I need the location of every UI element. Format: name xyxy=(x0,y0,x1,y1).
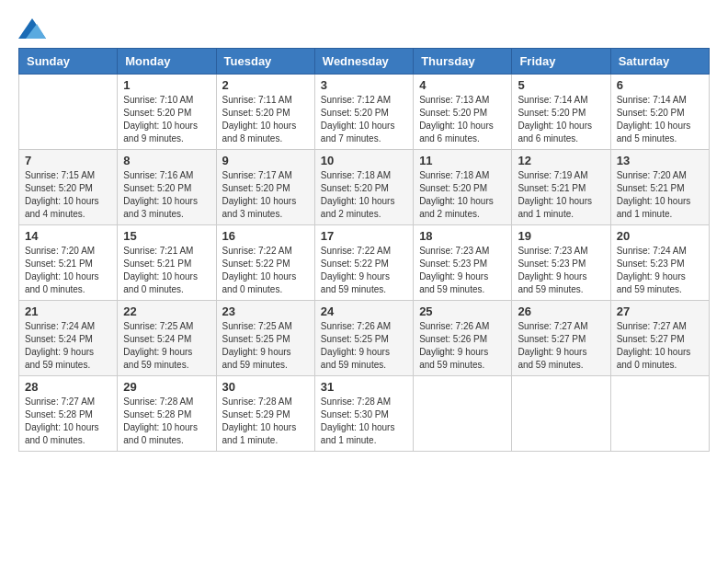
weekday-header-wednesday: Wednesday xyxy=(314,49,413,75)
calendar-cell: 3Sunrise: 7:12 AM Sunset: 5:20 PM Daylig… xyxy=(314,75,413,150)
day-number: 14 xyxy=(25,229,111,243)
day-info: Sunrise: 7:22 AM Sunset: 5:22 PM Dayligh… xyxy=(222,245,309,296)
day-number: 13 xyxy=(617,154,703,167)
weekday-header-row: SundayMondayTuesdayWednesdayThursdayFrid… xyxy=(19,49,710,75)
page-header xyxy=(18,18,710,39)
calendar-week-row: 28Sunrise: 7:27 AM Sunset: 5:28 PM Dayli… xyxy=(19,376,710,452)
weekday-header-thursday: Thursday xyxy=(414,49,512,75)
day-number: 1 xyxy=(123,78,210,92)
day-number: 26 xyxy=(518,304,604,318)
calendar-cell: 16Sunrise: 7:22 AM Sunset: 5:22 PM Dayli… xyxy=(216,225,314,301)
day-info: Sunrise: 7:17 AM Sunset: 5:20 PM Dayligh… xyxy=(222,169,309,221)
day-number: 10 xyxy=(321,154,407,167)
day-info: Sunrise: 7:20 AM Sunset: 5:21 PM Dayligh… xyxy=(617,169,703,221)
calendar-cell: 23Sunrise: 7:25 AM Sunset: 5:25 PM Dayli… xyxy=(216,301,314,376)
day-number: 11 xyxy=(419,154,506,167)
calendar-cell: 4Sunrise: 7:13 AM Sunset: 5:20 PM Daylig… xyxy=(414,75,512,150)
day-number: 3 xyxy=(321,78,407,92)
calendar-cell: 15Sunrise: 7:21 AM Sunset: 5:21 PM Dayli… xyxy=(118,225,216,301)
day-number: 31 xyxy=(321,380,407,394)
day-info: Sunrise: 7:16 AM Sunset: 5:20 PM Dayligh… xyxy=(123,169,210,221)
day-info: Sunrise: 7:21 AM Sunset: 5:21 PM Dayligh… xyxy=(123,245,210,296)
calendar-cell xyxy=(414,376,512,452)
day-number: 24 xyxy=(321,304,407,318)
calendar-cell: 24Sunrise: 7:26 AM Sunset: 5:25 PM Dayli… xyxy=(314,301,413,376)
calendar-cell: 12Sunrise: 7:19 AM Sunset: 5:21 PM Dayli… xyxy=(512,150,610,225)
day-info: Sunrise: 7:10 AM Sunset: 5:20 PM Dayligh… xyxy=(123,94,210,145)
calendar-cell: 5Sunrise: 7:14 AM Sunset: 5:20 PM Daylig… xyxy=(512,75,610,150)
day-number: 29 xyxy=(123,380,210,394)
calendar-cell: 1Sunrise: 7:10 AM Sunset: 5:20 PM Daylig… xyxy=(118,75,216,150)
day-info: Sunrise: 7:14 AM Sunset: 5:20 PM Dayligh… xyxy=(617,94,703,145)
calendar-cell: 17Sunrise: 7:22 AM Sunset: 5:22 PM Dayli… xyxy=(314,225,413,301)
day-info: Sunrise: 7:13 AM Sunset: 5:20 PM Dayligh… xyxy=(419,94,506,145)
calendar-cell: 6Sunrise: 7:14 AM Sunset: 5:20 PM Daylig… xyxy=(610,75,709,150)
day-info: Sunrise: 7:23 AM Sunset: 5:23 PM Dayligh… xyxy=(518,245,604,296)
calendar-body: 1Sunrise: 7:10 AM Sunset: 5:20 PM Daylig… xyxy=(19,75,710,452)
calendar-cell: 22Sunrise: 7:25 AM Sunset: 5:24 PM Dayli… xyxy=(118,301,216,376)
day-info: Sunrise: 7:11 AM Sunset: 5:20 PM Dayligh… xyxy=(222,94,309,145)
weekday-header-monday: Monday xyxy=(118,49,216,75)
calendar-cell: 9Sunrise: 7:17 AM Sunset: 5:20 PM Daylig… xyxy=(216,150,314,225)
weekday-header-saturday: Saturday xyxy=(610,49,709,75)
calendar-cell: 7Sunrise: 7:15 AM Sunset: 5:20 PM Daylig… xyxy=(19,150,118,225)
calendar-cell: 31Sunrise: 7:28 AM Sunset: 5:30 PM Dayli… xyxy=(314,376,413,452)
day-number: 21 xyxy=(25,304,111,318)
day-number: 23 xyxy=(222,304,309,318)
calendar-table: SundayMondayTuesdayWednesdayThursdayFrid… xyxy=(18,48,710,452)
day-number: 28 xyxy=(25,380,111,394)
day-number: 25 xyxy=(419,304,506,318)
weekday-header-sunday: Sunday xyxy=(19,49,118,75)
calendar-cell xyxy=(19,75,118,150)
calendar-week-row: 7Sunrise: 7:15 AM Sunset: 5:20 PM Daylig… xyxy=(19,150,710,225)
calendar-cell: 2Sunrise: 7:11 AM Sunset: 5:20 PM Daylig… xyxy=(216,75,314,150)
calendar-cell: 28Sunrise: 7:27 AM Sunset: 5:28 PM Dayli… xyxy=(19,376,118,452)
day-number: 15 xyxy=(123,229,210,243)
calendar-cell: 10Sunrise: 7:18 AM Sunset: 5:20 PM Dayli… xyxy=(314,150,413,225)
calendar-cell: 20Sunrise: 7:24 AM Sunset: 5:23 PM Dayli… xyxy=(610,225,709,301)
day-info: Sunrise: 7:26 AM Sunset: 5:26 PM Dayligh… xyxy=(419,320,506,372)
day-number: 27 xyxy=(617,304,703,318)
day-info: Sunrise: 7:27 AM Sunset: 5:27 PM Dayligh… xyxy=(518,320,604,372)
calendar-cell: 27Sunrise: 7:27 AM Sunset: 5:27 PM Dayli… xyxy=(610,301,709,376)
day-info: Sunrise: 7:18 AM Sunset: 5:20 PM Dayligh… xyxy=(321,169,407,221)
calendar-cell: 13Sunrise: 7:20 AM Sunset: 5:21 PM Dayli… xyxy=(610,150,709,225)
calendar-week-row: 14Sunrise: 7:20 AM Sunset: 5:21 PM Dayli… xyxy=(19,225,710,301)
calendar-cell: 11Sunrise: 7:18 AM Sunset: 5:20 PM Dayli… xyxy=(414,150,512,225)
day-info: Sunrise: 7:27 AM Sunset: 5:27 PM Dayligh… xyxy=(617,320,703,372)
calendar-cell: 18Sunrise: 7:23 AM Sunset: 5:23 PM Dayli… xyxy=(414,225,512,301)
day-number: 7 xyxy=(25,154,111,167)
calendar-cell: 25Sunrise: 7:26 AM Sunset: 5:26 PM Dayli… xyxy=(414,301,512,376)
calendar-week-row: 1Sunrise: 7:10 AM Sunset: 5:20 PM Daylig… xyxy=(19,75,710,150)
day-info: Sunrise: 7:12 AM Sunset: 5:20 PM Dayligh… xyxy=(321,94,407,145)
day-info: Sunrise: 7:28 AM Sunset: 5:30 PM Dayligh… xyxy=(321,396,407,447)
calendar-cell: 30Sunrise: 7:28 AM Sunset: 5:29 PM Dayli… xyxy=(216,376,314,452)
calendar-cell: 21Sunrise: 7:24 AM Sunset: 5:24 PM Dayli… xyxy=(19,301,118,376)
day-info: Sunrise: 7:23 AM Sunset: 5:23 PM Dayligh… xyxy=(419,245,506,296)
calendar-cell: 14Sunrise: 7:20 AM Sunset: 5:21 PM Dayli… xyxy=(19,225,118,301)
day-number: 2 xyxy=(222,78,309,92)
day-info: Sunrise: 7:20 AM Sunset: 5:21 PM Dayligh… xyxy=(25,245,111,296)
day-info: Sunrise: 7:24 AM Sunset: 5:24 PM Dayligh… xyxy=(25,320,111,372)
day-number: 12 xyxy=(518,154,604,167)
calendar-cell xyxy=(512,376,610,452)
logo xyxy=(18,18,50,39)
day-info: Sunrise: 7:19 AM Sunset: 5:21 PM Dayligh… xyxy=(518,169,604,221)
calendar-cell: 8Sunrise: 7:16 AM Sunset: 5:20 PM Daylig… xyxy=(118,150,216,225)
day-number: 6 xyxy=(617,78,703,92)
calendar-cell: 19Sunrise: 7:23 AM Sunset: 5:23 PM Dayli… xyxy=(512,225,610,301)
calendar-week-row: 21Sunrise: 7:24 AM Sunset: 5:24 PM Dayli… xyxy=(19,301,710,376)
day-number: 19 xyxy=(518,229,604,243)
day-info: Sunrise: 7:27 AM Sunset: 5:28 PM Dayligh… xyxy=(25,396,111,447)
day-info: Sunrise: 7:15 AM Sunset: 5:20 PM Dayligh… xyxy=(25,169,111,221)
day-number: 17 xyxy=(321,229,407,243)
calendar-cell xyxy=(610,376,709,452)
day-number: 22 xyxy=(123,304,210,318)
day-info: Sunrise: 7:22 AM Sunset: 5:22 PM Dayligh… xyxy=(321,245,407,296)
day-number: 5 xyxy=(518,78,604,92)
day-number: 18 xyxy=(419,229,506,243)
day-info: Sunrise: 7:24 AM Sunset: 5:23 PM Dayligh… xyxy=(617,245,703,296)
weekday-header-friday: Friday xyxy=(512,49,610,75)
day-number: 20 xyxy=(617,229,703,243)
day-info: Sunrise: 7:18 AM Sunset: 5:20 PM Dayligh… xyxy=(419,169,506,221)
